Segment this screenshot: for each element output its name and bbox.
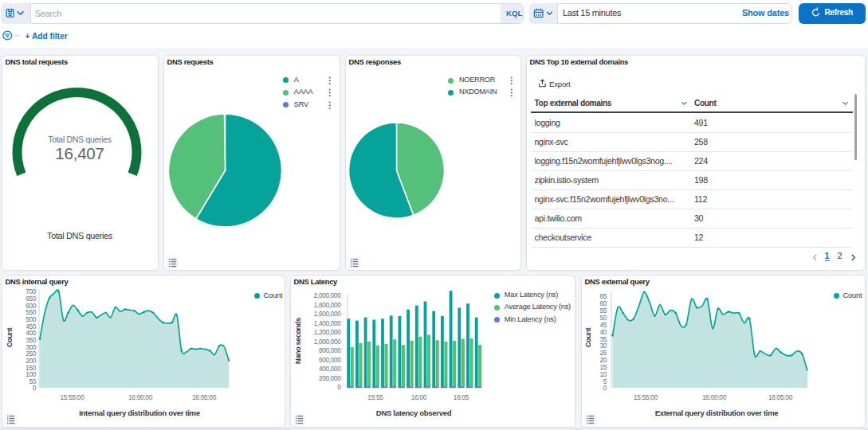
svg-text:KQL: KQL bbox=[506, 9, 522, 18]
